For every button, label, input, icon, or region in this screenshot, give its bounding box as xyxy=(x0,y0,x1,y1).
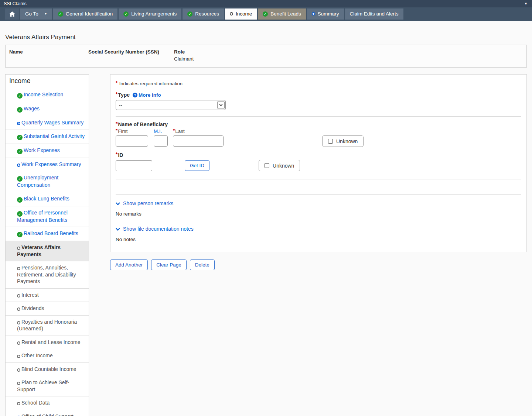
sidebar-item-school-data: School Data xyxy=(6,396,89,410)
tab-benefit-leads[interactable]: ✓ Benefit Leads xyxy=(258,8,306,20)
tab-living-arrangements[interactable]: ✓ Living Arrangements xyxy=(119,8,181,20)
clear-page-button[interactable]: Clear Page xyxy=(151,259,187,270)
sidebar-item-black-lung-benefits[interactable]: ✓Black Lung Benefits xyxy=(6,192,89,206)
sidebar-item-plan-to-achieve-self-support: Plan to Achieve Self-Support xyxy=(6,376,89,396)
required-asterisk: * xyxy=(116,121,117,127)
first-name-input[interactable] xyxy=(116,135,148,147)
current-circle-icon xyxy=(230,12,233,16)
sidebar-item-label: Income Selection xyxy=(24,92,63,97)
section-divider xyxy=(116,116,521,117)
last-name-input[interactable] xyxy=(173,135,224,147)
select-dropdown-arrow-icon xyxy=(217,101,225,109)
section-divider xyxy=(116,194,521,195)
ssn-value xyxy=(88,56,174,62)
sidebar-item-other-income: Other Income xyxy=(6,349,89,362)
beneficiary-unknown-checkbox[interactable]: Unknown xyxy=(322,135,364,147)
show-person-remarks-toggle[interactable]: Show person remarks xyxy=(116,200,521,206)
complete-check-icon: ✓ xyxy=(58,11,63,17)
in-progress-radio-icon xyxy=(17,122,20,125)
sidebar-item-wages[interactable]: ✓Wages xyxy=(6,102,89,116)
pending-circle-icon xyxy=(17,247,20,250)
complete-check-icon: ✓ xyxy=(17,211,23,217)
required-asterisk: * xyxy=(116,151,117,157)
tab-claim-edits-and-alerts[interactable]: Claim Edits and Alerts xyxy=(345,8,403,20)
pending-circle-icon xyxy=(17,355,20,358)
sidebar-item-label: Substantial Gainful Activity xyxy=(24,133,85,139)
sidebar-item-dividends: Dividends xyxy=(6,302,89,315)
section-divider xyxy=(116,179,521,179)
sidebar-item-income-selection[interactable]: ✓Income Selection xyxy=(6,88,89,102)
show-file-documentation-notes-toggle[interactable]: Show file documentation notes xyxy=(116,226,521,232)
sidebar-item-label: Veterans Affairs Payments xyxy=(17,244,61,257)
sidebar-item-label: Rental and Lease Income xyxy=(21,339,81,345)
id-unknown-checkbox[interactable]: Unknown xyxy=(259,160,300,171)
sidebar-heading: Income xyxy=(6,75,89,88)
add-another-button[interactable]: Add Another xyxy=(110,259,148,270)
checkbox-icon xyxy=(328,139,333,144)
sidebar-item-office-of-child-support-enforcement-data: Office of Child Support Enforcement Data xyxy=(6,410,89,416)
required-asterisk: * xyxy=(116,91,117,97)
sidebar-item-quarterly-wages-summary[interactable]: Quarterly Wages Summary xyxy=(6,116,89,130)
veterans-affairs-payment-form: * Indicates required information *Type ?… xyxy=(110,74,527,252)
id-input[interactable] xyxy=(116,160,152,171)
sidebar-item-royalties-and-honoraria: Royalties and Honoraria (Unearned) xyxy=(6,315,89,336)
complete-check-icon: ✓ xyxy=(17,135,23,140)
sidebar-item-label: Unemployment Compensation xyxy=(17,175,58,188)
ssn-column-header: Social Security Number (SSN) xyxy=(88,49,174,55)
help-question-icon: ? xyxy=(133,93,137,97)
pending-circle-icon xyxy=(17,307,20,311)
tab-label: Income xyxy=(236,11,252,17)
app-title-bar: SSI Claims ▼ xyxy=(0,0,532,7)
page-title: Veterans Affairs Payment xyxy=(5,34,527,41)
tab-resources[interactable]: ✓ Resources xyxy=(183,8,224,20)
role-value: Claimant xyxy=(174,56,526,62)
type-select-value: -- xyxy=(119,102,122,108)
more-info-link[interactable]: ? More Info xyxy=(133,92,161,98)
checkbox-icon xyxy=(265,163,269,168)
get-id-button[interactable]: Get ID xyxy=(185,160,209,171)
file-documentation-notes-empty-text: No notes xyxy=(116,237,521,242)
complete-check-icon: ✓ xyxy=(187,11,192,17)
required-information-note: * Indicates required information xyxy=(116,81,521,86)
unknown-label: Unknown xyxy=(273,163,294,169)
sidebar-item-label: Other Income xyxy=(21,353,53,358)
last-name-label: *Last xyxy=(173,128,224,134)
sidebar-item-label: Office of Child Support Enforcement Data xyxy=(17,413,74,416)
toggle-label: Show file documentation notes xyxy=(123,226,194,232)
home-button[interactable] xyxy=(5,8,19,20)
sidebar-item-office-of-personnel-management-benefits[interactable]: ✓Office of Personnel Management Benefits xyxy=(6,206,89,227)
middle-initial-label: M.I. xyxy=(154,128,168,134)
complete-check-icon: ✓ xyxy=(17,197,23,203)
delete-button[interactable]: Delete xyxy=(190,259,215,270)
go-to-dropdown[interactable]: Go To ▼ xyxy=(20,8,52,20)
name-column-header: Name xyxy=(9,49,88,55)
in-progress-radio-icon xyxy=(17,164,20,167)
unknown-label: Unknown xyxy=(336,138,358,144)
middle-initial-input[interactable] xyxy=(154,135,168,147)
sidebar-item-label: Quarterly Wages Summary xyxy=(21,120,83,126)
tab-summary[interactable]: Summary xyxy=(307,8,344,20)
sidebar-item-work-expenses-summary[interactable]: Work Expenses Summary xyxy=(6,158,89,171)
complete-check-icon: ✓ xyxy=(17,176,23,182)
tab-label: Benefit Leads xyxy=(270,11,301,17)
sidebar-item-unemployment-compensation[interactable]: ✓Unemployment Compensation xyxy=(6,171,89,192)
tab-income-current[interactable]: Income xyxy=(225,8,257,20)
sidebar-item-railroad-board-benefits[interactable]: ✓Railroad Board Benefits xyxy=(6,227,89,241)
person-summary-table: Name Social Security Number (SSN) Role C… xyxy=(5,45,527,68)
sidebar-item-work-expenses[interactable]: ✓Work Expenses xyxy=(6,144,89,158)
tab-label: Summary xyxy=(318,11,339,17)
name-value xyxy=(9,56,88,62)
pending-circle-icon xyxy=(17,368,20,372)
sidebar-item-rental-and-lease-income: Rental and Lease Income xyxy=(6,336,89,349)
complete-check-icon: ✓ xyxy=(17,149,23,154)
sidebar-item-substantial-gainful-activity[interactable]: ✓Substantial Gainful Activity xyxy=(6,130,89,144)
tab-general-identification[interactable]: ✓ General Identification xyxy=(53,8,118,20)
type-select[interactable]: -- xyxy=(116,100,226,110)
sidebar-item-veterans-affairs-payments-current: Veterans Affairs Payments xyxy=(6,241,89,261)
role-column-header: Role xyxy=(174,49,526,55)
sidebar-item-label: Railroad Board Benefits xyxy=(24,230,78,236)
id-field-label: *ID xyxy=(116,152,521,158)
titlebar-collapse-caret-icon[interactable]: ▼ xyxy=(524,2,528,6)
sidebar-item-label: Work Expenses Summary xyxy=(21,161,81,167)
sidebar-item-interest: Interest xyxy=(6,288,89,302)
